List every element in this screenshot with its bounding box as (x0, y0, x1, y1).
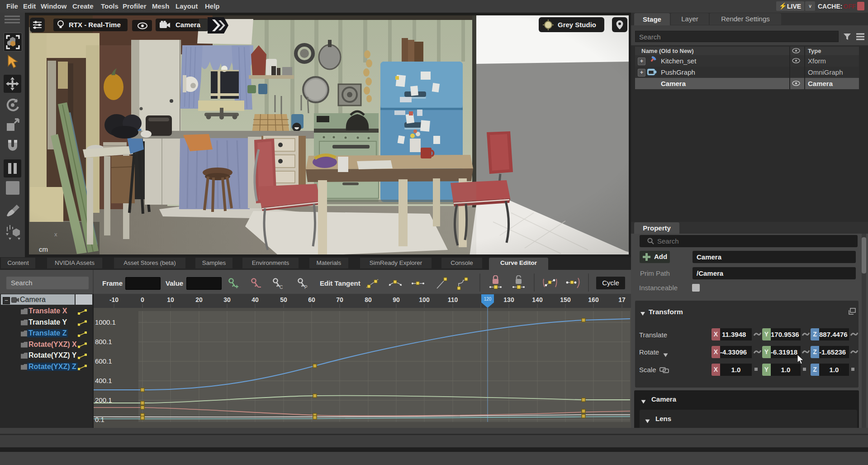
svg-text:130: 130 (503, 296, 514, 303)
svg-text:1000.1: 1000.1 (95, 318, 116, 326)
svg-text:140: 140 (532, 296, 543, 303)
svg-text:10: 10 (167, 296, 174, 303)
svg-text:40: 40 (251, 296, 259, 303)
svg-text:-10: -10 (109, 296, 119, 303)
svg-text:600.1: 600.1 (95, 357, 112, 365)
svg-text:110: 110 (448, 296, 458, 303)
svg-text:17: 17 (618, 296, 626, 303)
svg-text:90: 90 (393, 296, 400, 303)
svg-text:400.1: 400.1 (95, 377, 112, 384)
svg-text:30: 30 (223, 296, 231, 303)
svg-text:50: 50 (280, 296, 287, 303)
svg-text:70: 70 (336, 296, 343, 303)
svg-text:60: 60 (308, 296, 315, 303)
svg-text:80: 80 (365, 296, 372, 303)
svg-text:P: P (304, 285, 308, 290)
svg-text:150: 150 (560, 296, 571, 303)
svg-text:20: 20 (195, 296, 203, 303)
svg-text:C: C (280, 285, 283, 290)
svg-text:160: 160 (588, 296, 599, 303)
svg-text:0: 0 (141, 296, 144, 303)
svg-text:cm: cm (39, 245, 48, 253)
svg-text:800.1: 800.1 (95, 338, 112, 345)
svg-text:120: 120 (484, 297, 492, 302)
svg-text:100: 100 (419, 296, 430, 303)
svg-text:x: x (54, 231, 57, 238)
